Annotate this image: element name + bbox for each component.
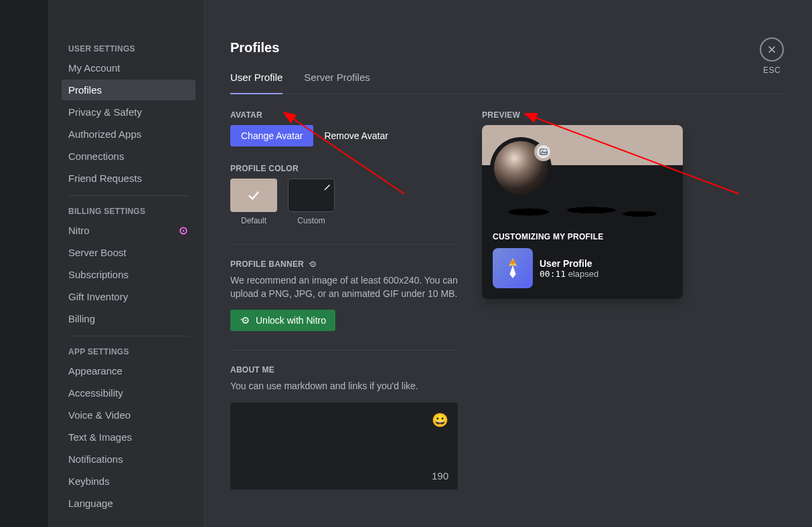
activity-title: User Profile (540, 258, 592, 269)
pencil-icon (323, 182, 331, 194)
divider (230, 350, 458, 350)
profile-color-default[interactable] (230, 179, 277, 212)
sidebar-item-nitro[interactable]: Nitro (62, 220, 195, 241)
preview-label: PREVIEW (482, 110, 683, 120)
sidebar-item-billing[interactable]: Billing (62, 308, 195, 329)
profile-preview-card: CUSTOMIZING MY PROFILE User Profile 00:1… (482, 125, 683, 299)
about-me-textarea[interactable]: 😀 190 (230, 403, 458, 490)
profile-banner-label: PROFILE BANNER (230, 259, 458, 269)
tab-server-profiles[interactable]: Server Profiles (304, 72, 370, 94)
color-default-label: Default (241, 216, 266, 225)
about-me-description: You can use markdown and links if you'd … (230, 380, 458, 393)
profile-color-custom[interactable] (288, 179, 335, 212)
sidebar-item-profiles[interactable]: Profiles (62, 80, 195, 100)
activity-elapsed: 00:11 elapsed (540, 269, 598, 279)
svg-point-5 (244, 320, 246, 321)
sidebar-item-appearance[interactable]: Appearance (62, 360, 195, 381)
close-icon (766, 44, 777, 55)
sidebar-header-app: APP SETTINGS (62, 343, 195, 360)
sidebar-item-text-images[interactable]: Text & Images (62, 427, 195, 447)
profile-color-label: PROFILE COLOR (230, 164, 458, 173)
emoji-picker-icon[interactable]: 😀 (432, 412, 449, 428)
sidebar-item-server-boost[interactable]: Server Boost (62, 242, 195, 263)
svg-point-9 (511, 260, 515, 265)
settings-sidebar: USER SETTINGS My Account Profiles Privac… (48, 0, 204, 527)
sidebar-item-voice-video[interactable]: Voice & Video (62, 405, 195, 425)
nitro-icon (240, 315, 250, 326)
content-area: Profiles User Profile Server Profiles AV… (204, 0, 812, 527)
sidebar-item-privacy[interactable]: Privacy & Safety (62, 102, 195, 122)
character-count: 190 (432, 470, 449, 482)
sidebar-header-billing: BILLING SETTINGS (62, 203, 195, 220)
activity-icon (493, 248, 533, 288)
esc-label: ESC (763, 66, 781, 75)
divider (68, 336, 189, 336)
left-gutter (0, 0, 48, 527)
nitro-icon (308, 259, 317, 269)
svg-point-1 (183, 229, 185, 231)
upload-banner-button[interactable] (534, 142, 553, 161)
sidebar-item-notifications[interactable]: Notifications (62, 449, 195, 469)
sidebar-item-keybinds[interactable]: Keybinds (62, 471, 195, 492)
banner-description: We recommend an image of at least 600x24… (230, 274, 458, 300)
sidebar-item-authorized-apps[interactable]: Authorized Apps (62, 124, 195, 144)
redacted-username (493, 203, 672, 221)
divider (68, 195, 189, 196)
sidebar-item-accessibility[interactable]: Accessibility (62, 383, 195, 403)
sidebar-item-friend-requests[interactable]: Friend Requests (62, 168, 195, 189)
change-avatar-button[interactable]: Change Avatar (230, 125, 313, 146)
checkmark-icon (246, 188, 261, 203)
sidebar-item-my-account[interactable]: My Account (62, 58, 195, 78)
about-me-label: ABOUT ME (230, 365, 458, 375)
sidebar-item-subscriptions[interactable]: Subscriptions (62, 264, 195, 285)
remove-avatar-button[interactable]: Remove Avatar (324, 130, 388, 141)
sidebar-header-user: USER SETTINGS (62, 40, 195, 58)
divider (230, 244, 458, 245)
svg-point-3 (313, 264, 314, 265)
unlock-nitro-button[interactable]: Unlock with Nitro (230, 310, 335, 331)
page-title: Profiles (230, 40, 785, 56)
image-upload-icon (539, 147, 548, 156)
avatar-section-label: AVATAR (230, 110, 458, 120)
customizing-label: CUSTOMIZING MY PROFILE (493, 232, 672, 241)
tab-user-profile[interactable]: User Profile (230, 72, 282, 94)
color-custom-label: Custom (297, 216, 325, 225)
sidebar-item-language[interactable]: Language (62, 493, 195, 514)
sidebar-item-connections[interactable]: Connections (62, 146, 195, 167)
sidebar-item-gift-inventory[interactable]: Gift Inventory (62, 286, 195, 307)
profile-tabs: User Profile Server Profiles (230, 72, 785, 94)
close-button[interactable] (760, 37, 784, 62)
nitro-badge-icon (178, 225, 189, 236)
